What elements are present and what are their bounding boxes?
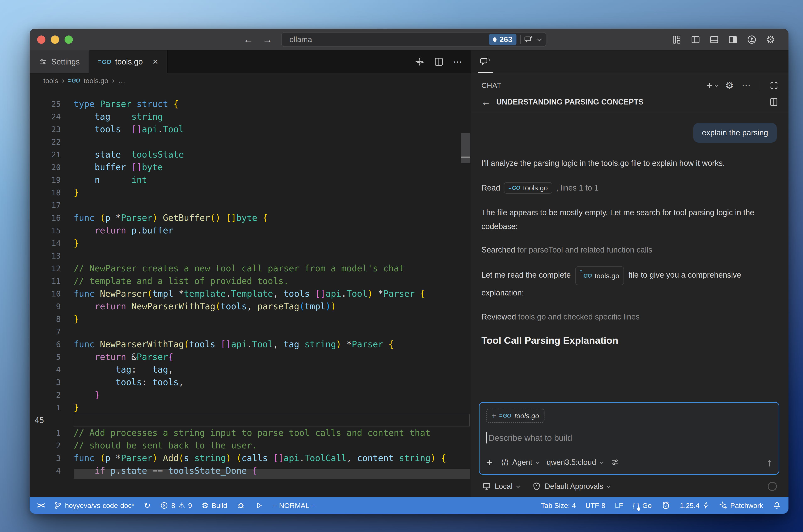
code-line[interactable]: 22	[30, 136, 471, 148]
tab-tools-go[interactable]: GO tools.go ×	[89, 50, 167, 73]
run-play-icon[interactable]	[255, 501, 263, 510]
horizontal-scrollbar[interactable]	[74, 469, 470, 479]
model-dropdown[interactable]: qwen3.5:cloud	[547, 458, 602, 467]
chat-settings-gear-icon[interactable]: ⚙	[725, 81, 734, 90]
tab-settings[interactable]: Settings	[30, 50, 89, 73]
split-editor-icon[interactable]	[434, 57, 444, 66]
settings-gear-icon[interactable]: ⚙	[766, 34, 775, 45]
tab-size-item[interactable]: Tab Size: 4	[541, 501, 576, 510]
chat-sparkle-icon[interactable]	[524, 35, 533, 44]
code-line[interactable]: 3func (p *Parser) Add(s string) (calls […	[30, 452, 471, 464]
code-line[interactable]: 21 state toolsState	[30, 148, 471, 161]
breadcrumb-file[interactable]: tools.go	[84, 77, 108, 85]
open-in-editor-icon[interactable]	[769, 97, 779, 107]
sync-icon[interactable]: ↻	[144, 501, 151, 509]
line-number: 10	[30, 289, 61, 298]
line-number: 13	[30, 251, 61, 261]
code-line[interactable]: 5 return &Parser{	[30, 350, 471, 363]
git-branch-icon	[54, 501, 62, 510]
chat-panel-tab[interactable]	[476, 50, 494, 73]
code-line[interactable]: 17	[30, 199, 471, 211]
environment-dropdown[interactable]: Local	[482, 482, 519, 491]
close-tab-icon[interactable]: ×	[153, 57, 158, 67]
code-line[interactable]: 23 tools []api.Tool	[30, 123, 471, 136]
send-button[interactable]: ↑	[767, 456, 772, 469]
code-line[interactable]: 3 tools: tools,	[30, 376, 471, 388]
code-line[interactable]: 10func NewParser(tmpl *template.Template…	[30, 287, 471, 300]
git-branch-item[interactable]: hoyyeva/vs-code-doc*	[54, 501, 134, 510]
code-line[interactable]: 11// template and a list of provided too…	[30, 275, 471, 287]
chevron-down-icon[interactable]	[537, 37, 542, 41]
code-line[interactable]: 7	[30, 325, 471, 338]
code-editor[interactable]: tools › GO tools.go › … 25type Parser st…	[30, 73, 471, 497]
problems-item[interactable]: 8 ⚠ 9	[160, 501, 192, 510]
line-number: 3	[30, 378, 61, 387]
context-file-chip[interactable]: + GO tools.go	[486, 409, 545, 423]
code-line[interactable]: 20 buffer []byte	[30, 161, 471, 173]
breadcrumb-folder[interactable]: tools	[43, 77, 58, 85]
minimize-window-button[interactable]	[51, 35, 59, 44]
maximize-window-button[interactable]	[65, 35, 73, 44]
code-line[interactable]: 4 tag: tag,	[30, 363, 471, 376]
expand-chat-icon[interactable]	[769, 81, 779, 90]
chat-input-box[interactable]: + GO tools.go Describe what to build + ⟨…	[479, 402, 779, 475]
language-mode-item[interactable]: { } Go	[633, 501, 652, 510]
patchwork-item[interactable]: Patchwork	[719, 501, 763, 510]
ai-pinwheel-icon[interactable]	[415, 57, 424, 67]
back-arrow-icon[interactable]: ←	[243, 34, 253, 45]
new-chat-button[interactable]: +	[706, 79, 717, 92]
forward-arrow-icon[interactable]: →	[262, 34, 272, 45]
code-line[interactable]: 1}	[30, 401, 471, 414]
line-number: 2	[30, 441, 61, 450]
breadcrumb[interactable]: tools › GO tools.go › …	[30, 73, 471, 88]
code-line[interactable]: 12// NewParser creates a new tool call p…	[30, 262, 471, 275]
eol-item[interactable]: LF	[615, 501, 623, 510]
code-line-current[interactable]: 45	[30, 414, 471, 426]
code-line[interactable]: 6func NewParserWithTag(tools []api.Tool,…	[30, 338, 471, 350]
code-line[interactable]: 25type Parser struct {	[30, 98, 471, 110]
toggle-right-panel-icon[interactable]	[728, 35, 737, 44]
code-line[interactable]: 1// Add processes a string input to pars…	[30, 426, 471, 439]
file-chip[interactable]: GO tools.go	[504, 182, 552, 194]
close-window-button[interactable]	[37, 35, 45, 44]
more-actions-icon[interactable]: ⋯	[453, 57, 462, 66]
bell-icon[interactable]	[773, 501, 781, 510]
file-chip[interactable]: GO tools.go	[576, 266, 624, 285]
command-center-search[interactable]: ollama 263	[281, 32, 546, 47]
code-line[interactable]: 9 return NewParserWithTag(tools, parseTa…	[30, 300, 471, 312]
account-icon[interactable]	[747, 35, 757, 44]
remote-indicator[interactable]: ><	[37, 501, 44, 510]
attach-button[interactable]: +	[486, 456, 493, 469]
code-line[interactable]: 18}	[30, 186, 471, 199]
toggle-left-panel-icon[interactable]	[691, 35, 700, 44]
code-line[interactable]: 13	[30, 249, 471, 262]
notification-count-badge[interactable]: 263	[489, 34, 516, 45]
code-line[interactable]: 16func (p *Parser) GetBuffer() []byte {	[30, 211, 471, 224]
line-number: 4	[30, 466, 61, 475]
code-area[interactable]: 25type Parser struct {24 tag string23 to…	[30, 88, 471, 497]
encoding-item[interactable]: UTF-8	[585, 501, 605, 510]
code-line[interactable]: 24 tag string	[30, 110, 471, 123]
code-line[interactable]: 8}	[30, 312, 471, 325]
approvals-dropdown[interactable]: Default Approvals	[532, 482, 609, 491]
code-line[interactable]: 2// should be sent back to the user.	[30, 439, 471, 452]
breadcrumb-more[interactable]: …	[118, 77, 125, 85]
code-line[interactable]: 14}	[30, 237, 471, 249]
vertical-scrollbar-thumb[interactable]	[461, 133, 470, 164]
line-number: 7	[30, 327, 61, 336]
chat-more-icon[interactable]: ⋯	[742, 81, 751, 90]
code-line[interactable]: 2 }	[30, 388, 471, 401]
debug-bug-icon[interactable]	[237, 501, 245, 510]
back-arrow-icon[interactable]: ←	[481, 97, 491, 107]
search-input[interactable]: ollama	[281, 35, 489, 44]
gopher-icon[interactable]	[661, 501, 671, 510]
go-version-item[interactable]: 1.25.4	[680, 501, 710, 510]
toggle-bottom-panel-icon[interactable]	[709, 35, 719, 44]
code-line[interactable]: 19 n int	[30, 173, 471, 186]
agent-mode-dropdown[interactable]: ⟨/⟩ Agent	[501, 458, 539, 467]
build-task-item[interactable]: ⚙ Build	[201, 501, 227, 510]
prompt-input[interactable]: Describe what to build	[486, 432, 772, 443]
customize-layout-icon[interactable]	[672, 35, 682, 44]
tune-sliders-icon[interactable]	[610, 458, 620, 467]
code-line[interactable]: 15 return p.buffer	[30, 224, 471, 237]
